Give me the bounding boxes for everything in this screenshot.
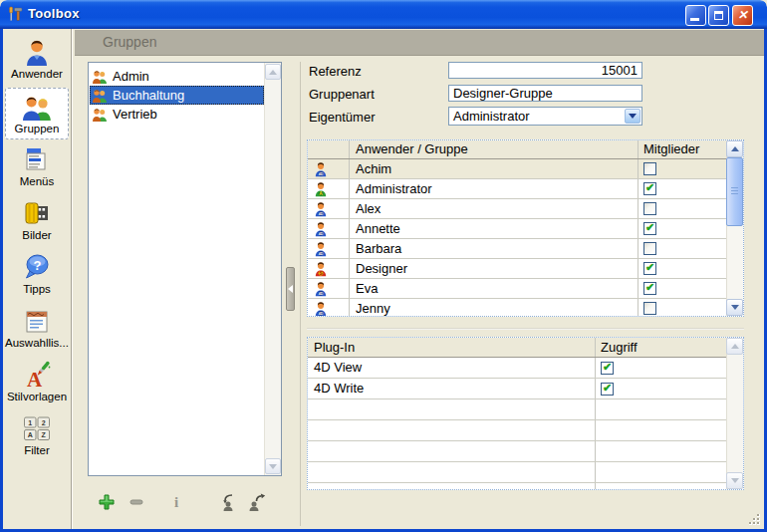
scroll-up-button[interactable]: [726, 140, 743, 157]
table-divider: [307, 328, 744, 330]
group-list[interactable]: AdminBuchhaltungVertrieb: [88, 62, 282, 476]
svg-text:A: A: [28, 431, 33, 438]
member-name: Barbara: [350, 239, 639, 258]
group-list-scrollbar[interactable]: [264, 63, 281, 475]
name-column-header: Anwender / Gruppe: [350, 140, 639, 158]
plugin-access-checkbox[interactable]: [601, 362, 614, 375]
member-row[interactable]: SDesigner: [308, 259, 743, 279]
user-designer-icon: S: [313, 261, 329, 277]
scroll-up-button: [726, 338, 743, 355]
plugin-empty-row: [308, 441, 743, 462]
group-list-item[interactable]: Admin: [90, 67, 264, 86]
minimize-button[interactable]: [685, 5, 706, 26]
member-name: Eva: [350, 279, 639, 298]
eigentuemer-dropdown[interactable]: Administrator: [448, 107, 642, 126]
plugin-empty-row: [308, 399, 743, 420]
splitter-handle[interactable]: [286, 267, 295, 311]
group-name: Admin: [113, 69, 149, 84]
close-button[interactable]: ✕: [732, 5, 753, 26]
plugin-row[interactable]: 4D View: [308, 358, 743, 379]
member-row[interactable]: AAdministrator: [308, 179, 743, 199]
group-list-item[interactable]: Vertrieb: [90, 105, 264, 124]
member-checkbox[interactable]: [643, 222, 656, 235]
move-user-out-button: [247, 492, 267, 512]
sidebar-item-auswahllisten[interactable]: Auswahllis...: [5, 303, 69, 355]
members-scrollbar[interactable]: [726, 140, 743, 316]
plugin-name: 4D Write: [308, 379, 596, 399]
sidebar-item-tipps[interactable]: ?Tipps: [5, 249, 69, 301]
member-checkbox-cell: [639, 279, 726, 298]
sidebar-item-label: Gruppen: [15, 123, 60, 134]
member-checkbox[interactable]: [643, 182, 656, 195]
resize-grip[interactable]: [747, 512, 761, 526]
member-row[interactable]: 4DJenny: [308, 299, 743, 317]
member-name: Alex: [350, 199, 639, 218]
dropdown-button[interactable]: [625, 109, 640, 124]
maximize-icon: [714, 11, 723, 20]
member-row[interactable]: 4DBarbara: [308, 239, 743, 259]
member-checkbox-cell: [639, 179, 726, 198]
gruppenart-field[interactable]: Designer-Gruppe: [448, 85, 642, 102]
member-checkbox[interactable]: [643, 202, 656, 215]
sidebar-item-stilvorlagen[interactable]: AStilvorlagen: [5, 357, 69, 408]
plugin-row[interactable]: 4D Write: [308, 379, 743, 399]
plugins-table: Plug-In Zugriff 4D View4D Write: [307, 337, 744, 490]
svg-text:1: 1: [28, 419, 32, 426]
minus-icon: [128, 493, 145, 511]
member-icon-cell: 4D: [308, 279, 350, 298]
member-checkbox[interactable]: [643, 302, 656, 315]
sidebar-item-label: Filter: [24, 444, 50, 456]
group-list-items: AdminBuchhaltungVertrieb: [90, 67, 264, 124]
sidebar-item-label: Tipps: [23, 283, 51, 295]
member-row[interactable]: 4DAchim: [308, 159, 743, 179]
sidebar-item-bilder[interactable]: Bilder: [5, 195, 69, 247]
member-checkbox[interactable]: [643, 162, 656, 175]
member-row[interactable]: 4DAlex: [308, 199, 743, 219]
member-name: Administrator: [350, 179, 639, 198]
scroll-down-button[interactable]: [726, 299, 743, 316]
group-name: Vertrieb: [113, 107, 157, 122]
sidebar-item-gruppen[interactable]: Gruppen: [5, 88, 69, 139]
svg-text:4D: 4D: [319, 292, 324, 296]
member-icon-cell: 4D: [308, 239, 350, 258]
member-name: Designer: [350, 259, 639, 278]
member-checkbox-cell: [639, 219, 726, 238]
remove-button: [127, 492, 146, 512]
plugin-name: 4D View: [308, 358, 596, 378]
referenz-field[interactable]: 15001: [448, 62, 642, 79]
svg-text:4D: 4D: [319, 232, 324, 236]
group-list-item[interactable]: Buchhaltung: [90, 86, 264, 105]
add-button[interactable]: [97, 492, 117, 512]
referenz-label: Referenz: [309, 64, 362, 79]
info-icon: i: [167, 493, 185, 511]
group-icon: [22, 91, 52, 123]
eigentuemer-value: Administrator: [453, 109, 530, 124]
keys-icon: 12AZ: [22, 412, 52, 444]
sidebar-separator: [71, 29, 72, 529]
member-icon-cell: S: [308, 259, 350, 278]
scroll-down-button[interactable]: [265, 458, 281, 474]
sidebar-item-filter[interactable]: 12AZFilter: [5, 410, 69, 462]
member-checkbox-cell: [639, 239, 726, 258]
member-column-header: Mitglieder: [639, 140, 726, 158]
member-row[interactable]: 4DEva: [308, 279, 743, 299]
member-checkbox[interactable]: [643, 282, 656, 295]
notepad-icon: [22, 305, 52, 337]
member-checkbox[interactable]: [643, 262, 656, 275]
scrollbar-thumb[interactable]: [726, 157, 743, 226]
group-icon: [92, 88, 108, 104]
plugin-checkbox-cell: [596, 358, 726, 378]
members-table-header: Anwender / Gruppe Mitglieder: [308, 140, 743, 159]
svg-text:A: A: [319, 191, 323, 196]
user-blue-icon: 4D: [313, 241, 329, 257]
sidebar-item-menus[interactable]: Menüs: [5, 141, 69, 193]
maximize-button[interactable]: [708, 5, 729, 26]
svg-text:Z: Z: [42, 431, 47, 438]
plugin-access-checkbox[interactable]: [601, 383, 614, 396]
scroll-up-button[interactable]: [265, 64, 281, 80]
sidebar-item-anwender[interactable]: Anwender: [5, 34, 69, 86]
page-title: Gruppen: [75, 30, 764, 55]
member-icon-cell: 4D: [308, 199, 350, 218]
member-row[interactable]: 4DAnnette: [308, 219, 743, 239]
member-checkbox[interactable]: [643, 242, 656, 255]
